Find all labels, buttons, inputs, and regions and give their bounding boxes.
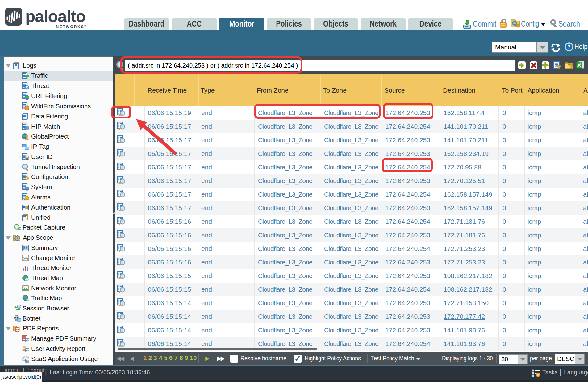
- svg-text:PDF: PDF: [15, 328, 20, 331]
- svg-text:?: ?: [567, 44, 570, 50]
